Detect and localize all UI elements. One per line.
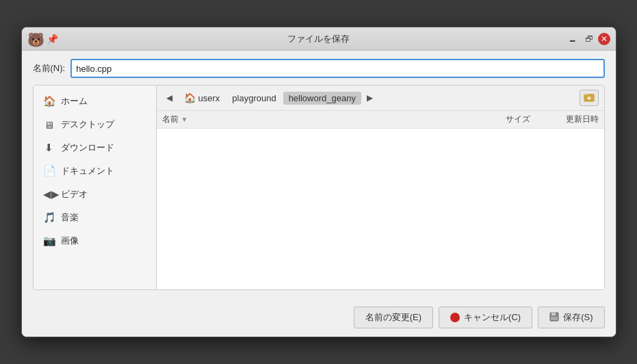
sidebar-label-pictures: 画像 bbox=[61, 235, 79, 247]
main-area: 🏠 ホーム 🖥 デスクトップ ⬇ ダウンロード 📄 ドキュメント ◀▶ bbox=[33, 85, 605, 290]
rename-button[interactable]: 名前の変更(E) bbox=[354, 307, 433, 328]
home-icon: 🏠 bbox=[43, 95, 55, 107]
sidebar-label-downloads: ダウンロード bbox=[61, 142, 114, 154]
save-dialog: 🐻 📌 ファイルを保存 🗕 🗗 ✕ 名前(N): 🏠 ホーム � bbox=[21, 27, 616, 337]
sidebar-label-home: ホーム bbox=[61, 95, 88, 107]
save-button[interactable]: 保存(S) bbox=[538, 307, 604, 328]
column-name[interactable]: 名前 ▼ bbox=[162, 114, 476, 125]
file-panel: ◀ 🏠 userx playground helloword_geany ▶ bbox=[157, 86, 604, 289]
pin-icon[interactable]: 📌 bbox=[47, 34, 58, 44]
dialog-content: 名前(N): 🏠 ホーム 🖥 デスクトップ ⬇ ダウンロード bbox=[22, 51, 616, 298]
cancel-dot-icon bbox=[450, 313, 460, 322]
dialog-title: ファイルを保存 bbox=[287, 33, 350, 45]
home-breadcrumb-icon: 🏠 bbox=[184, 92, 196, 103]
svg-rect-4 bbox=[551, 313, 556, 315]
cancel-button[interactable]: キャンセル(C) bbox=[439, 307, 532, 328]
new-folder-button[interactable] bbox=[580, 90, 599, 106]
sidebar-label-music: 音楽 bbox=[61, 211, 79, 224]
window-controls: 🗕 🗗 ✕ bbox=[565, 31, 610, 47]
downloads-icon: ⬇ bbox=[43, 142, 55, 154]
sidebar-label-documents: ドキュメント bbox=[61, 165, 114, 177]
new-folder-icon bbox=[584, 92, 595, 105]
breadcrumb-forward-button[interactable]: ▶ bbox=[363, 90, 378, 105]
breadcrumb-home[interactable]: 🏠 userx bbox=[179, 91, 226, 105]
breadcrumb-playground[interactable]: playground bbox=[226, 92, 281, 105]
maximize-button[interactable]: 🗗 bbox=[582, 31, 597, 47]
sidebar-item-pictures[interactable]: 📷 画像 bbox=[34, 229, 156, 252]
titlebar: 🐻 📌 ファイルを保存 🗕 🗗 ✕ bbox=[22, 27, 616, 51]
back-icon: ◀ bbox=[166, 93, 172, 103]
sidebar-item-home[interactable]: 🏠 ホーム bbox=[34, 90, 156, 113]
pictures-icon: 📷 bbox=[43, 235, 55, 247]
forward-icon: ▶ bbox=[367, 93, 373, 103]
save-icon bbox=[549, 312, 559, 324]
video-icon: ◀▶ bbox=[43, 188, 55, 200]
app-icon: 🐻 bbox=[27, 31, 42, 47]
breadcrumb-playground-label: playground bbox=[232, 93, 276, 103]
filename-input[interactable] bbox=[70, 59, 604, 78]
close-button[interactable]: ✕ bbox=[598, 33, 610, 45]
sidebar-label-desktop: デスクトップ bbox=[61, 118, 114, 131]
breadcrumb-helloword[interactable]: helloword_geany bbox=[283, 92, 361, 105]
minimize-button[interactable]: 🗕 bbox=[565, 31, 580, 47]
column-size[interactable]: サイズ bbox=[476, 114, 530, 125]
sidebar-item-videos[interactable]: ◀▶ ビデオ bbox=[34, 183, 156, 206]
breadcrumb-userx: userx bbox=[198, 93, 220, 103]
sidebar-item-documents[interactable]: 📄 ドキュメント bbox=[34, 159, 156, 183]
bottom-buttons: 名前の変更(E) キャンセル(C) 保存(S) bbox=[22, 298, 616, 337]
sidebar-item-downloads[interactable]: ⬇ ダウンロード bbox=[34, 136, 156, 159]
column-headers: 名前 ▼ サイズ 更新日時 bbox=[157, 111, 604, 129]
save-label: 保存(S) bbox=[563, 311, 593, 324]
sidebar: 🏠 ホーム 🖥 デスクトップ ⬇ ダウンロード 📄 ドキュメント ◀▶ bbox=[34, 86, 157, 289]
filename-label: 名前(N): bbox=[33, 62, 66, 75]
sort-icon: ▼ bbox=[181, 116, 188, 123]
breadcrumb-helloword-label: helloword_geany bbox=[289, 93, 356, 103]
sidebar-item-music[interactable]: 🎵 音楽 bbox=[34, 206, 156, 229]
breadcrumb-back-button[interactable]: ◀ bbox=[162, 90, 177, 105]
column-date[interactable]: 更新日時 bbox=[530, 114, 599, 125]
filename-row: 名前(N): bbox=[33, 59, 605, 78]
desktop-icon: 🖥 bbox=[43, 119, 55, 131]
sidebar-item-desktop[interactable]: 🖥 デスクトップ bbox=[34, 113, 156, 136]
titlebar-left: 🐻 📌 bbox=[27, 31, 58, 47]
music-icon: 🎵 bbox=[43, 211, 55, 224]
svg-rect-5 bbox=[551, 317, 558, 320]
file-list bbox=[157, 129, 604, 289]
sidebar-label-videos: ビデオ bbox=[61, 188, 88, 200]
cancel-label: キャンセル(C) bbox=[464, 311, 521, 324]
documents-icon: 📄 bbox=[43, 165, 55, 177]
breadcrumb-bar: ◀ 🏠 userx playground helloword_geany ▶ bbox=[157, 86, 604, 111]
